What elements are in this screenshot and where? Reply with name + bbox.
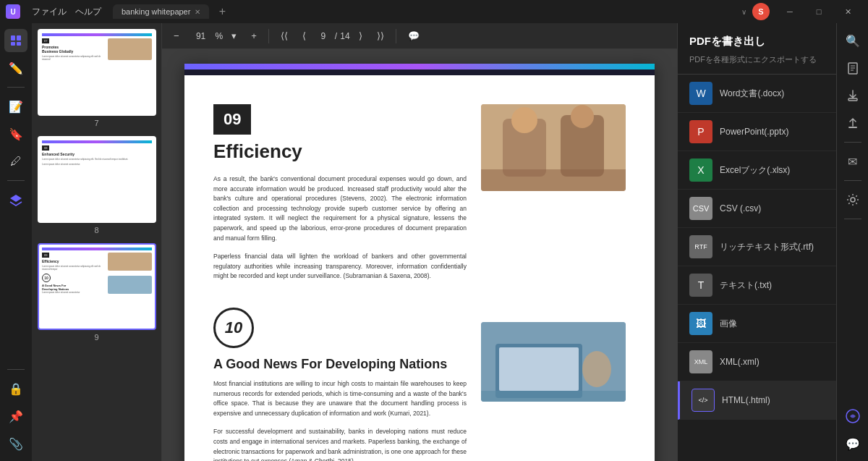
minimize-button[interactable]: ─ — [775, 0, 804, 23]
svg-rect-1 — [17, 35, 21, 41]
right-icon-search[interactable]: 🔍 — [841, 29, 864, 52]
maximize-button[interactable]: □ — [804, 0, 833, 23]
right-icon-settings[interactable] — [841, 188, 864, 211]
sidebar-icon-sign[interactable]: 🖊 — [4, 150, 27, 173]
menu-help[interactable]: ヘルプ — [75, 6, 101, 18]
first-page-button[interactable]: ⟨⟨ — [275, 27, 294, 46]
csv-icon: CSV — [689, 197, 712, 220]
export-word[interactable]: W Word文書(.docx) — [678, 75, 836, 113]
svg-rect-20 — [848, 127, 857, 128]
zoom-dropdown-button[interactable]: ▾ — [226, 27, 242, 46]
sidebar-icon-pages[interactable] — [4, 29, 27, 52]
export-csv-label: CSV (.csv) — [720, 203, 761, 213]
svg-rect-13 — [481, 391, 626, 402]
chevron-icon: ∨ — [741, 8, 746, 16]
export-rtf-label: リッチテキスト形式(.rtf) — [720, 241, 814, 253]
section-10-photo — [481, 308, 626, 461]
zoom-input[interactable] — [188, 31, 214, 41]
sidebar-divider3 — [7, 369, 25, 370]
export-ppt-label: PowerPoint(.pptx) — [720, 127, 788, 137]
thumb-img-7[interactable]: 07 PromotesBusiness Globally Lorem ipsum… — [38, 29, 156, 116]
menu-file[interactable]: ファイル — [32, 6, 67, 18]
sidebar-icon-edit[interactable]: ✏️ — [4, 56, 27, 80]
export-html[interactable]: </> HTML(.html) — [678, 381, 836, 420]
thumb-img-9[interactable]: 09 Efficiency Lorem ipsum dolor sit amet… — [38, 243, 156, 330]
page-total: 14 — [340, 31, 349, 41]
section-10-body2: For successful development and sustainab… — [213, 427, 467, 461]
section-10-body1: Most financial institutions are willing … — [213, 379, 467, 418]
panel-title: PDFを書き出し — [678, 23, 836, 54]
export-word-label: Word文書(.docx) — [720, 88, 784, 100]
sidebar-icon-pin[interactable]: 📌 — [4, 405, 27, 428]
close-button[interactable]: ✕ — [833, 0, 862, 23]
right-sidebar-divider — [844, 142, 861, 143]
thumbnail-panel: 07 PromotesBusiness Globally Lorem ipsum… — [32, 23, 162, 461]
right-icon-ai[interactable] — [841, 405, 864, 428]
right-icon-chat[interactable]: 💬 — [841, 432, 864, 455]
export-image[interactable]: 🖼 画像 — [678, 305, 836, 343]
export-xml[interactable]: XML XML(.xml) — [678, 343, 836, 381]
page-separator: / — [335, 31, 337, 41]
content-area[interactable]: 09 Efficiency As a result, the bank's co… — [162, 49, 677, 461]
app-logo: U — [6, 4, 20, 19]
export-html-label: HTML(.html) — [722, 395, 770, 405]
thumbnail-page7[interactable]: 07 PromotesBusiness Globally Lorem ipsum… — [38, 29, 156, 127]
sidebar-divider2 — [7, 180, 25, 181]
export-image-label: 画像 — [720, 318, 737, 330]
export-excel[interactable]: X Excelブック(.xlsx) — [678, 151, 836, 190]
svg-rect-3 — [17, 42, 21, 46]
export-csv[interactable]: CSV CSV (.csv) — [678, 190, 836, 228]
page-input[interactable] — [315, 31, 332, 41]
export-txt[interactable]: T テキスト(.txt) — [678, 266, 836, 305]
xml-icon: XML — [689, 350, 712, 373]
zoom-in-button[interactable]: + — [245, 27, 263, 46]
sidebar-icon-bookmark[interactable]: 🔖 — [4, 122, 27, 145]
thumbnail-page8[interactable]: 08 Enhanced Security Lorem ipsum dolor s… — [38, 136, 156, 234]
excel-icon: X — [689, 158, 712, 182]
user-avatar[interactable]: S — [752, 3, 770, 20]
section-10-text: 10 A Good News For Developing Nations Mo… — [213, 308, 467, 461]
sidebar-icon-layers[interactable] — [4, 188, 27, 211]
add-tab-button[interactable]: + — [215, 4, 229, 19]
export-excel-label: Excelブック(.xlsx) — [720, 164, 790, 177]
export-rtf[interactable]: RTF リッチテキスト形式(.rtf) — [678, 228, 836, 266]
sidebar-icon-annotate[interactable]: 📝 — [4, 95, 27, 118]
pdf-page: 09 Efficiency As a result, the bank's co… — [184, 64, 655, 461]
export-ppt[interactable]: P PowerPoint(.pptx) — [678, 113, 836, 151]
comment-button[interactable]: 💬 — [402, 27, 425, 46]
zoom-percent: % — [216, 31, 224, 41]
thumbnail-page9[interactable]: 09 Efficiency Lorem ipsum dolor sit amet… — [38, 243, 156, 342]
thumb-img-8[interactable]: 08 Enhanced Security Lorem ipsum dolor s… — [38, 136, 156, 223]
right-icon-pages[interactable] — [841, 56, 864, 80]
right-panel: PDFを書き出し PDFを各種形式にエクスポートする W Word文書(.doc… — [677, 23, 836, 461]
svg-rect-2 — [11, 42, 15, 46]
section-09-body2: Paperless financial data will lighten th… — [213, 252, 467, 282]
zoom-out-button[interactable]: − — [168, 27, 185, 46]
sidebar-icon-lock[interactable]: 🔒 — [4, 377, 27, 400]
next-page-button[interactable]: ⟩ — [353, 27, 368, 46]
panel-subtitle: PDFを各種形式にエクスポートする — [678, 54, 836, 75]
titlebar: U ファイル ヘルプ banking whitepaper ✕ + ∨ S ─ … — [0, 0, 868, 23]
svg-rect-0 — [11, 35, 15, 41]
tab-close-icon[interactable]: ✕ — [195, 8, 200, 16]
image-icon: 🖼 — [689, 312, 712, 335]
section-09-body1: As a result, the bank's conventional doc… — [213, 174, 467, 243]
svg-point-7 — [511, 107, 537, 133]
svg-point-8 — [571, 105, 594, 128]
right-icon-mail[interactable]: ✉ — [841, 150, 864, 173]
tab-label: banking whitepaper — [122, 7, 190, 16]
prev-page-button[interactable]: ⟨ — [297, 27, 312, 46]
sidebar-icon-attach[interactable]: 📎 — [4, 432, 27, 455]
document-tab[interactable]: banking whitepaper ✕ — [113, 4, 209, 19]
pdf-header-gradient — [184, 64, 655, 69]
section-10-layout: 10 A Good News For Developing Nations Mo… — [213, 308, 626, 461]
word-icon: W — [689, 82, 712, 105]
txt-icon: T — [689, 274, 712, 297]
last-page-button[interactable]: ⟩⟩ — [371, 27, 390, 46]
section-09-title: Efficiency — [213, 140, 467, 163]
zoom-display: % — [188, 31, 224, 41]
right-icon-export[interactable] — [841, 84, 864, 107]
right-icon-upload[interactable] — [841, 111, 864, 135]
right-sidebar: 🔍 ✉ 💬 — [836, 23, 868, 461]
svg-rect-9 — [481, 169, 626, 191]
